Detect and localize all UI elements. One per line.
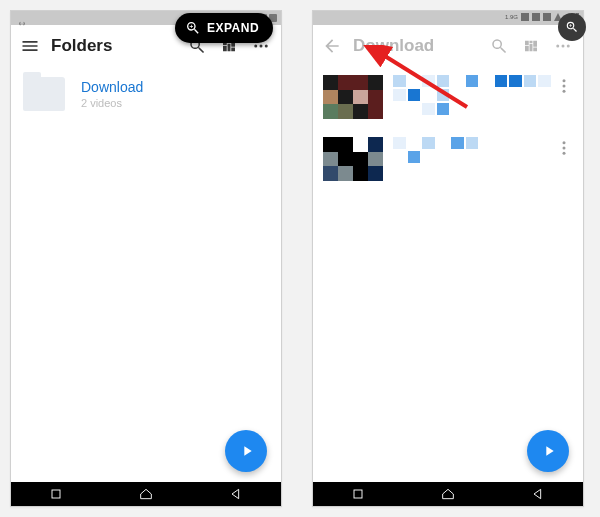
android-status-bar: 1.9G xyxy=(313,11,583,25)
nav-back-button[interactable] xyxy=(518,486,558,502)
video-title-blurred xyxy=(393,137,551,163)
search-button[interactable] xyxy=(485,32,513,60)
phone-screenshot-left: 0:14 Folders Download 2 videos xyxy=(10,10,282,507)
svg-point-6 xyxy=(567,45,570,48)
magnify-plus-icon xyxy=(565,20,579,34)
folder-item-download[interactable]: Download 2 videos xyxy=(11,67,281,121)
svg-rect-3 xyxy=(52,490,60,498)
video-thumbnail xyxy=(323,137,383,181)
play-icon xyxy=(541,443,557,459)
folders-list: Download 2 videos xyxy=(11,67,281,482)
video-thumbnail xyxy=(323,75,383,119)
square-icon xyxy=(48,486,64,502)
view-toggle-button[interactable] xyxy=(517,32,545,60)
mystery-icon xyxy=(543,13,551,21)
svg-point-4 xyxy=(556,45,559,48)
search-icon xyxy=(490,37,508,55)
zoom-overlay-button[interactable] xyxy=(558,13,586,41)
arrow-left-icon xyxy=(322,36,342,56)
svg-point-5 xyxy=(562,45,565,48)
nfc-icon xyxy=(532,13,540,21)
video-list xyxy=(313,67,583,482)
more-vertical-icon xyxy=(555,77,573,95)
svg-point-1 xyxy=(260,45,263,48)
play-fab-button[interactable] xyxy=(527,430,569,472)
video-title-blurred xyxy=(393,75,551,115)
home-outline-icon xyxy=(138,486,154,502)
video-item-more-button[interactable] xyxy=(555,77,573,95)
expand-overlay-label: EXPAND xyxy=(207,21,259,35)
more-vertical-icon xyxy=(555,139,573,157)
svg-point-7 xyxy=(563,79,566,82)
svg-point-11 xyxy=(563,147,566,150)
magnify-plus-icon xyxy=(185,20,201,36)
nav-back-button[interactable] xyxy=(216,486,256,502)
nav-home-button[interactable] xyxy=(428,486,468,502)
video-item-more-button[interactable] xyxy=(555,139,573,157)
svg-point-0 xyxy=(254,45,257,48)
svg-point-2 xyxy=(265,45,268,48)
cast-icon xyxy=(521,13,529,21)
folder-subtitle: 2 videos xyxy=(81,97,143,109)
back-button[interactable] xyxy=(317,31,347,61)
svg-point-12 xyxy=(563,152,566,155)
hamburger-menu-button[interactable] xyxy=(15,31,45,61)
app-bar-title: Download xyxy=(353,36,434,56)
broadcast-icon xyxy=(17,14,27,22)
status-network-label: 1.9G xyxy=(505,14,518,20)
phone-screenshot-right: 1.9G Download xyxy=(312,10,584,507)
app-bar: Download xyxy=(313,25,583,67)
svg-point-10 xyxy=(563,141,566,144)
play-fab-button[interactable] xyxy=(225,430,267,472)
svg-rect-13 xyxy=(354,490,362,498)
nav-home-button[interactable] xyxy=(126,486,166,502)
android-nav-bar xyxy=(313,482,583,506)
video-item[interactable] xyxy=(313,67,583,129)
folder-name: Download xyxy=(81,79,143,95)
hamburger-icon xyxy=(20,36,40,56)
expand-overlay-button[interactable]: EXPAND xyxy=(175,13,273,43)
triangle-left-icon xyxy=(530,486,546,502)
android-nav-bar xyxy=(11,482,281,506)
svg-point-9 xyxy=(563,90,566,93)
square-icon xyxy=(350,486,366,502)
svg-point-8 xyxy=(563,85,566,88)
home-outline-icon xyxy=(440,486,456,502)
nav-recent-button[interactable] xyxy=(338,486,378,502)
view-grid-icon xyxy=(522,37,540,55)
nav-recent-button[interactable] xyxy=(36,486,76,502)
video-item[interactable] xyxy=(313,129,583,191)
play-icon xyxy=(239,443,255,459)
folder-icon xyxy=(23,77,65,111)
triangle-left-icon xyxy=(228,486,244,502)
app-bar-title: Folders xyxy=(51,36,112,56)
